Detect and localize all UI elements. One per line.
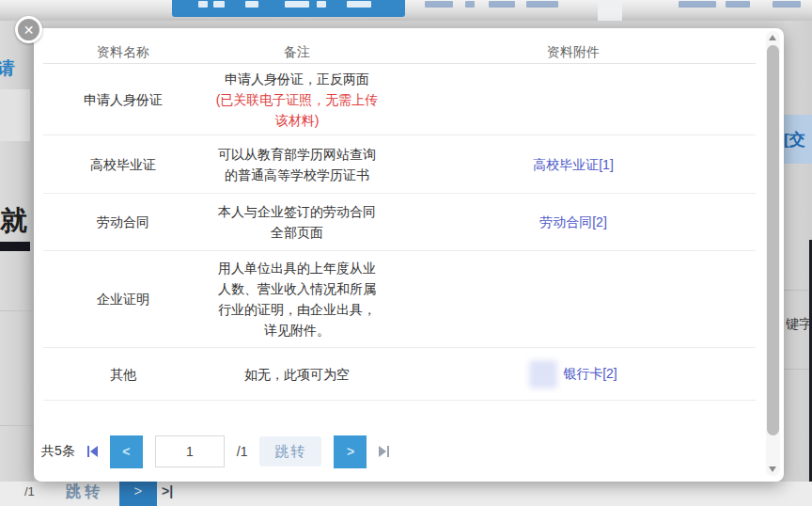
- divider: [784, 369, 812, 370]
- first-page-icon[interactable]: [87, 446, 98, 457]
- header-attachments: 资料附件: [391, 41, 756, 62]
- material-name: 申请人身份证: [43, 89, 203, 110]
- truncated-menu-text: [679, 1, 716, 8]
- materials-table: 资料名称 备注 资料附件 申请人身份证 申请人身份证，正反两面 (已关联电子证照…: [43, 40, 756, 401]
- total-count-label: 共5条: [41, 443, 75, 460]
- truncated-tab-text: [347, 1, 371, 8]
- truncated-menu-text: [773, 1, 801, 8]
- header-material-name: 资料名称: [43, 41, 203, 62]
- material-name: 高校毕业证: [43, 154, 203, 175]
- divider: [784, 290, 812, 291]
- table-row: 企业证明 用人单位出具的上年度从业 人数、营业收入情况和所属 行业的证明，由企业…: [43, 251, 756, 348]
- table-row: 其他 如无，此项可为空 银行卡[2]: [43, 348, 756, 401]
- header-remarks: 备注: [203, 41, 391, 62]
- last-page-icon[interactable]: [379, 446, 389, 457]
- close-icon[interactable]: ✕: [15, 16, 42, 43]
- background-left-card: [0, 89, 30, 141]
- truncated-menu-text: [726, 1, 750, 8]
- truncated-heading-left-2: 就: [0, 202, 27, 240]
- active-tab-bar[interactable]: [172, 0, 405, 17]
- material-note: 如无，此项可为空: [203, 364, 391, 385]
- truncated-tab-text: [213, 1, 225, 8]
- material-name: 劳动合同: [43, 212, 203, 232]
- material-note-alert: (已关联电子证照，无需上传 该材料): [203, 89, 391, 131]
- attachment-link[interactable]: 银行卡[2]: [563, 365, 617, 380]
- background-last-page-button[interactable]: >|: [162, 483, 173, 498]
- background-right-panel: [784, 21, 812, 506]
- truncated-tab-text: [317, 1, 326, 8]
- table-header-row: 资料名称 备注 资料附件: [43, 40, 756, 64]
- jump-button[interactable]: 跳转: [259, 436, 321, 466]
- truncated-heading-left: 请: [0, 56, 15, 81]
- background-page-of-label: /1: [24, 484, 35, 498]
- truncated-link-right[interactable]: [交: [784, 129, 805, 150]
- next-page-button[interactable]: >: [334, 435, 367, 468]
- page-of-label: /1: [237, 444, 248, 459]
- attachment-link[interactable]: 高校毕业证[1]: [533, 157, 614, 172]
- attachment-link[interactable]: 劳动合同[2]: [539, 214, 607, 229]
- divider: [0, 425, 34, 426]
- modal-scrollbar[interactable]: [766, 31, 780, 476]
- divider: [0, 310, 34, 311]
- attachment-cell: 劳动合同[2]: [391, 212, 756, 232]
- toolbar-divider: [598, 0, 622, 21]
- table-row: 劳动合同 本人与企业签订的劳动合同 全部页面 劳动合同[2]: [43, 194, 756, 251]
- truncated-tab-text: [245, 1, 258, 8]
- material-note: 本人与企业签订的劳动合同 全部页面: [203, 201, 391, 243]
- material-name: 企业证明: [43, 289, 203, 309]
- scroll-up-icon[interactable]: [769, 35, 776, 40]
- table-row: 高校毕业证 可以从教育部学历网站查询 的普通高等学校学历证书 高校毕业证[1]: [43, 135, 756, 194]
- attachment-cell: 银行卡[2]: [391, 360, 756, 388]
- pagination-bar: 共5条 < /1 跳转 >: [41, 433, 784, 470]
- scroll-down-icon[interactable]: [769, 466, 776, 472]
- table-row: 申请人身份证 申请人身份证，正反两面 (已关联电子证照，无需上传 该材料): [43, 64, 756, 135]
- redacted-attachment-thumbnail: [529, 360, 557, 388]
- truncated-menu-text: [526, 1, 558, 8]
- truncated-menu-text: [425, 1, 453, 8]
- attachments-dialog: ✕ 资料名称 备注 资料附件 申请人身份证 申请人身份证，正反两面 (已关联电子…: [34, 28, 784, 482]
- material-note: 用人单位出具的上年度从业 人数、营业收入情况和所属 行业的证明，由企业出具， 详…: [203, 258, 391, 340]
- truncated-keyword-label: 键字: [786, 316, 812, 333]
- material-name: 其他: [43, 364, 203, 385]
- truncated-tab-text: [198, 1, 208, 8]
- scrollbar-thumb[interactable]: [767, 45, 779, 435]
- dark-divider-bar: [0, 242, 30, 251]
- prev-page-button[interactable]: <: [110, 435, 143, 468]
- truncated-menu-text: [489, 1, 515, 8]
- page: 请 就 [交 键字 /1 跳转 > >| ✕ 资料名称 备注 资料附件 申请人身…: [0, 0, 812, 506]
- background-jump-button[interactable]: 跳转: [66, 482, 103, 502]
- material-note: 申请人身份证，正反两面: [203, 69, 391, 89]
- material-note: 可以从教育部学历网站查询 的普通高等学校学历证书: [203, 144, 391, 185]
- truncated-menu-text: [465, 1, 475, 8]
- attachment-cell: 高校毕业证[1]: [391, 154, 756, 175]
- truncated-tab-text: [285, 1, 309, 8]
- page-number-input[interactable]: [155, 435, 225, 467]
